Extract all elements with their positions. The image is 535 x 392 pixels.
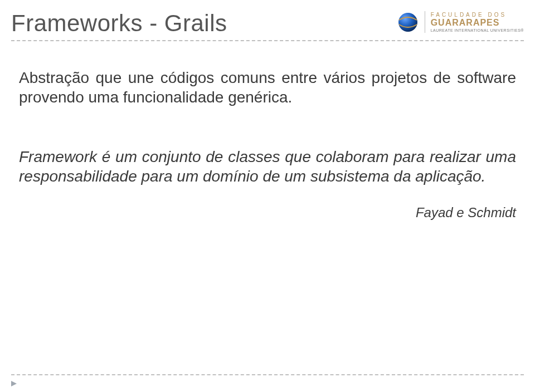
logo-line2: GUARARAPES	[431, 18, 524, 28]
slide: Frameworks - Grails FACULDADE DOS GUARAR…	[0, 0, 535, 392]
svg-point-0	[398, 13, 417, 32]
slide-title: Frameworks - Grails	[11, 10, 227, 37]
definition-paragraph: Abstração que une códigos comuns entre v…	[19, 68, 516, 107]
footer-divider	[11, 374, 524, 375]
university-logo: FACULDADE DOS GUARARAPES LAUREATE INTERN…	[397, 11, 524, 33]
footer-arrow-icon	[10, 380, 18, 388]
svg-marker-1	[11, 381, 17, 386]
logo-line3: LAUREATE INTERNATIONAL UNIVERSITIES®	[431, 28, 524, 32]
logo-line1: FACULDADE DOS	[431, 12, 524, 18]
content-area: Abstração que une códigos comuns entre v…	[11, 41, 524, 220]
quote-author: Fayad e Schmidt	[19, 205, 516, 220]
title-row: Frameworks - Grails FACULDADE DOS GUARAR…	[11, 10, 524, 39]
framework-quote: Framework é um conjunto de classes que c…	[19, 147, 516, 186]
university-name: FACULDADE DOS GUARARAPES LAUREATE INTERN…	[425, 11, 524, 33]
globe-icon	[397, 11, 419, 33]
